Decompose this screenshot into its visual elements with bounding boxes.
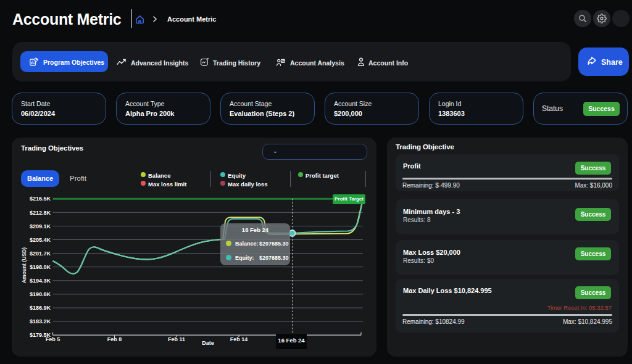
- svg-text:Date: Date: [202, 340, 214, 346]
- svg-text:Feb 5: Feb 5: [46, 336, 60, 342]
- svg-text:$201.7K: $201.7K: [30, 250, 51, 257]
- svg-text:$186.9K: $186.9K: [30, 305, 51, 311]
- svg-text:$198.0K: $198.0K: [30, 264, 51, 270]
- svg-text:Feb 11: Feb 11: [168, 336, 185, 342]
- svg-text:$212.8K: $212.8K: [30, 210, 51, 216]
- svg-text:$183.2K: $183.2K: [30, 318, 51, 325]
- svg-text:$194.3K: $194.3K: [30, 278, 51, 284]
- svg-text:Feb 14: Feb 14: [230, 336, 248, 342]
- svg-text:Amount (USD): Amount (USD): [21, 247, 27, 283]
- svg-text:Feb 8: Feb 8: [107, 336, 122, 342]
- svg-text:$205.4K: $205.4K: [30, 237, 51, 243]
- svg-text:$216.5K: $216.5K: [30, 196, 51, 202]
- svg-text:$209.1K: $209.1K: [30, 223, 51, 230]
- svg-text:$190.6K: $190.6K: [30, 291, 51, 297]
